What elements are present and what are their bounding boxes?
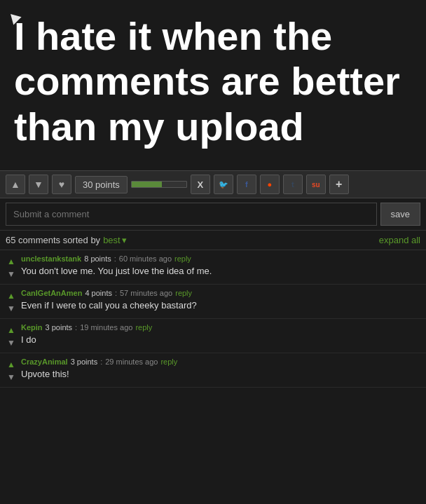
comment-upvote-button[interactable]: ▲ [6,290,17,301]
comment-content: CanIGetAnAmen 4 points : 57 minutes ago … [21,289,420,314]
share-stumble-button[interactable]: su [306,175,326,194]
comment-downvote-button[interactable]: ▼ [6,372,17,383]
hero-text: I hate it when the comments are better t… [14,14,412,149]
hero-section: I hate it when the comments are better t… [0,0,426,170]
expand-all-button[interactable]: expand all [379,235,420,245]
comment-vote-col: ▲ ▼ [6,254,17,280]
comment-content: Kepin 3 points : 19 minutes ago reply I … [21,323,420,348]
comment-author[interactable]: CrazyAnimal [21,357,68,366]
comments-list: ▲ ▼ unclestankstank 8 points : 60 minute… [0,250,426,388]
comment-downvote-button[interactable]: ▼ [6,268,17,280]
separator: : [75,323,77,332]
comment-text: You don't love me. You just love the ide… [21,265,420,278]
save-comment-button[interactable]: save [380,203,420,226]
comment-downvote-button[interactable]: ▼ [6,337,17,348]
comment-vote-col: ▲ ▼ [6,357,17,383]
share-reddit-button[interactable]: ● [260,175,280,194]
comment-row: ▲ ▼ CanIGetAnAmen 4 points : 57 minutes … [0,285,426,319]
sort-dropdown[interactable]: best ▾ [103,235,127,245]
comment-text: I do [21,334,420,346]
comment-time: 19 minutes ago [80,323,132,332]
favorite-button[interactable]: ♥ [52,175,71,194]
comment-reply-button[interactable]: reply [175,289,192,297]
comments-count: 65 comments sorted by [6,235,100,245]
comment-time: 57 minutes ago [120,289,172,297]
comment-reply-button[interactable]: reply [135,323,152,332]
share-twitter-button[interactable]: 🐦 [214,175,233,194]
comment-author[interactable]: Kepin [21,323,43,332]
separator: : [100,357,102,366]
comment-time: 29 minutes ago [105,357,158,366]
comment-input-area: save [0,198,426,231]
comment-points: 8 points [84,254,111,263]
comment-upvote-button[interactable]: ▲ [6,359,17,370]
separator: : [115,289,117,297]
comment-text: Upvote this! [21,368,420,381]
comments-meta: 65 comments sorted by best ▾ [6,235,127,245]
share-x-button[interactable]: X [191,175,210,194]
comment-content: unclestankstank 8 points : 60 minutes ag… [21,254,420,280]
comment-downvote-button[interactable]: ▼ [6,303,17,314]
sort-label: best [103,235,121,245]
share-facebook-button[interactable]: f [237,175,256,194]
share-tumblr-button[interactable]: t [283,175,303,194]
toolbar: ▲ ▼ ♥ 30 points X 🐦 f ● t su + [0,170,426,198]
upvote-button[interactable]: ▲ [6,175,25,194]
comment-row: ▲ ▼ unclestankstank 8 points : 60 minute… [0,250,426,285]
comment-points: 3 points [46,323,73,332]
comment-vote-col: ▲ ▼ [6,323,17,348]
comment-points: 4 points [85,289,112,297]
comment-points: 3 points [71,357,98,366]
comment-meta: CanIGetAnAmen 4 points : 57 minutes ago … [21,289,420,297]
comment-meta: Kepin 3 points : 19 minutes ago reply [21,323,420,332]
separator: : [114,254,116,263]
points-display: 30 points [75,176,128,193]
comment-row: ▲ ▼ Kepin 3 points : 19 minutes ago repl… [0,319,426,353]
comment-upvote-button[interactable]: ▲ [6,325,17,336]
comment-content: CrazyAnimal 3 points : 29 minutes ago re… [21,357,420,383]
comment-reply-button[interactable]: reply [174,254,191,263]
rating-fill [132,182,162,187]
comment-author[interactable]: unclestankstank [21,254,81,263]
comment-upvote-button[interactable]: ▲ [6,256,17,267]
downvote-button[interactable]: ▼ [29,175,48,194]
comment-meta: CrazyAnimal 3 points : 29 minutes ago re… [21,357,420,366]
comment-row: ▲ ▼ CrazyAnimal 3 points : 29 minutes ag… [0,353,426,388]
comment-author[interactable]: CanIGetAnAmen [21,289,82,297]
chevron-down-icon: ▾ [122,235,127,245]
rating-bar [131,181,187,188]
comment-time: 60 minutes ago [119,254,172,263]
comments-header: 65 comments sorted by best ▾ expand all [0,231,426,250]
comment-text: Even if I were to call you a cheeky bast… [21,299,420,312]
share-more-button[interactable]: + [329,175,349,194]
comment-reply-button[interactable]: reply [160,357,177,366]
comment-input[interactable] [6,203,377,226]
comment-meta: unclestankstank 8 points : 60 minutes ag… [21,254,420,263]
comment-vote-col: ▲ ▼ [6,289,17,314]
